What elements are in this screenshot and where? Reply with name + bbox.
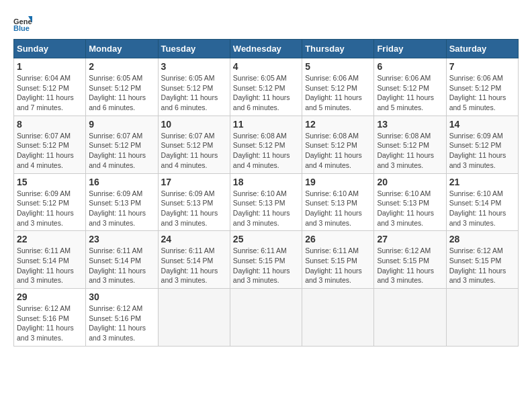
day-number: 11 [233,119,299,130]
day-info: Sunrise: 6:05 AM Sunset: 5:12 PM Dayligh… [233,73,299,113]
calendar-day-cell: 25 Sunrise: 6:11 AM Sunset: 5:15 PM Dayl… [230,231,302,289]
calendar-day-cell: 27 Sunrise: 6:12 AM Sunset: 5:15 PM Dayl… [374,231,446,289]
day-info: Sunrise: 6:12 AM Sunset: 5:15 PM Dayligh… [449,246,515,285]
day-info: Sunrise: 6:09 AM Sunset: 5:12 PM Dayligh… [449,131,515,171]
day-info: Sunrise: 6:06 AM Sunset: 5:12 PM Dayligh… [377,73,443,113]
calendar-week-row: 22 Sunrise: 6:11 AM Sunset: 5:14 PM Dayl… [14,231,519,289]
logo-icon: General Blue [13,13,32,32]
day-number: 3 [161,61,227,72]
calendar-day-cell: 20 Sunrise: 6:10 AM Sunset: 5:13 PM Dayl… [374,173,446,231]
day-info: Sunrise: 6:09 AM Sunset: 5:13 PM Dayligh… [161,189,227,228]
calendar-week-row: 8 Sunrise: 6:07 AM Sunset: 5:12 PM Dayli… [14,116,519,173]
weekday-header: Monday [86,40,158,58]
day-number: 8 [17,119,83,130]
weekday-header: Wednesday [230,40,302,58]
day-number: 17 [161,177,227,187]
day-number: 6 [377,61,443,72]
day-info: Sunrise: 6:08 AM Sunset: 5:12 PM Dayligh… [377,131,443,171]
calendar-day-cell [446,289,518,347]
day-number: 14 [449,119,515,130]
day-number: 10 [161,119,227,130]
day-number: 24 [161,234,227,244]
calendar-day-cell: 22 Sunrise: 6:11 AM Sunset: 5:14 PM Dayl… [14,231,86,289]
day-info: Sunrise: 6:09 AM Sunset: 5:12 PM Dayligh… [17,189,83,228]
day-info: Sunrise: 6:11 AM Sunset: 5:14 PM Dayligh… [89,246,154,285]
day-number: 5 [305,61,371,72]
calendar-day-cell: 18 Sunrise: 6:10 AM Sunset: 5:13 PM Dayl… [230,173,302,231]
weekday-header: Sunday [14,40,86,58]
calendar-day-cell: 15 Sunrise: 6:09 AM Sunset: 5:12 PM Dayl… [14,173,86,231]
weekday-header: Tuesday [158,40,230,58]
day-info: Sunrise: 6:05 AM Sunset: 5:12 PM Dayligh… [89,73,154,113]
calendar-day-cell: 3 Sunrise: 6:05 AM Sunset: 5:12 PM Dayli… [158,58,230,116]
day-number: 9 [89,119,154,130]
day-number: 16 [89,177,154,187]
calendar-table: SundayMondayTuesdayWednesdayThursdayFrid… [13,39,519,347]
calendar-day-cell: 29 Sunrise: 6:12 AM Sunset: 5:16 PM Dayl… [14,289,86,347]
day-number: 22 [17,234,83,244]
calendar-day-cell: 9 Sunrise: 6:07 AM Sunset: 5:12 PM Dayli… [86,116,158,173]
day-info: Sunrise: 6:07 AM Sunset: 5:12 PM Dayligh… [17,131,83,171]
calendar-day-cell: 28 Sunrise: 6:12 AM Sunset: 5:15 PM Dayl… [446,231,518,289]
day-number: 21 [449,177,515,187]
calendar-day-cell: 21 Sunrise: 6:10 AM Sunset: 5:14 PM Dayl… [446,173,518,231]
calendar-day-cell: 26 Sunrise: 6:11 AM Sunset: 5:15 PM Dayl… [302,231,374,289]
calendar-day-cell: 14 Sunrise: 6:09 AM Sunset: 5:12 PM Dayl… [446,116,518,173]
calendar-day-cell: 30 Sunrise: 6:12 AM Sunset: 5:16 PM Dayl… [86,289,158,347]
calendar-day-cell: 6 Sunrise: 6:06 AM Sunset: 5:12 PM Dayli… [374,58,446,116]
day-info: Sunrise: 6:12 AM Sunset: 5:15 PM Dayligh… [377,246,443,285]
day-info: Sunrise: 6:06 AM Sunset: 5:12 PM Dayligh… [449,73,515,113]
day-info: Sunrise: 6:04 AM Sunset: 5:12 PM Dayligh… [17,73,83,113]
day-number: 13 [377,119,443,130]
calendar-day-cell: 16 Sunrise: 6:09 AM Sunset: 5:13 PM Dayl… [86,173,158,231]
calendar-day-cell: 7 Sunrise: 6:06 AM Sunset: 5:12 PM Dayli… [446,58,518,116]
weekday-header: Thursday [302,40,374,58]
weekday-header-row: SundayMondayTuesdayWednesdayThursdayFrid… [14,40,519,58]
day-number: 2 [89,61,154,72]
calendar-day-cell: 19 Sunrise: 6:10 AM Sunset: 5:13 PM Dayl… [302,173,374,231]
day-number: 7 [449,61,515,72]
weekday-header: Friday [374,40,446,58]
calendar-day-cell: 13 Sunrise: 6:08 AM Sunset: 5:12 PM Dayl… [374,116,446,173]
day-info: Sunrise: 6:07 AM Sunset: 5:12 PM Dayligh… [161,131,227,171]
day-info: Sunrise: 6:10 AM Sunset: 5:13 PM Dayligh… [377,189,443,228]
calendar-day-cell: 11 Sunrise: 6:08 AM Sunset: 5:12 PM Dayl… [230,116,302,173]
calendar-day-cell: 2 Sunrise: 6:05 AM Sunset: 5:12 PM Dayli… [86,58,158,116]
calendar-day-cell: 10 Sunrise: 6:07 AM Sunset: 5:12 PM Dayl… [158,116,230,173]
calendar-day-cell: 12 Sunrise: 6:08 AM Sunset: 5:12 PM Dayl… [302,116,374,173]
day-number: 29 [17,291,83,302]
day-number: 30 [89,291,154,302]
day-info: Sunrise: 6:11 AM Sunset: 5:15 PM Dayligh… [305,246,371,285]
day-info: Sunrise: 6:08 AM Sunset: 5:12 PM Dayligh… [233,131,299,171]
calendar-week-row: 1 Sunrise: 6:04 AM Sunset: 5:12 PM Dayli… [14,58,519,116]
day-number: 26 [305,234,371,244]
day-info: Sunrise: 6:11 AM Sunset: 5:15 PM Dayligh… [233,246,299,285]
calendar-day-cell: 1 Sunrise: 6:04 AM Sunset: 5:12 PM Dayli… [14,58,86,116]
calendar-week-row: 29 Sunrise: 6:12 AM Sunset: 5:16 PM Dayl… [14,289,519,347]
calendar-day-cell: 8 Sunrise: 6:07 AM Sunset: 5:12 PM Dayli… [14,116,86,173]
calendar-day-cell: 24 Sunrise: 6:11 AM Sunset: 5:14 PM Dayl… [158,231,230,289]
header: General Blue [13,13,519,32]
day-number: 25 [233,234,299,244]
day-number: 23 [89,234,154,244]
day-number: 28 [449,234,515,244]
day-info: Sunrise: 6:07 AM Sunset: 5:12 PM Dayligh… [89,131,154,171]
calendar-day-cell [158,289,230,347]
day-info: Sunrise: 6:06 AM Sunset: 5:12 PM Dayligh… [305,73,371,113]
day-number: 27 [377,234,443,244]
svg-text:Blue: Blue [13,24,30,32]
day-number: 19 [305,177,371,187]
calendar-day-cell: 17 Sunrise: 6:09 AM Sunset: 5:13 PM Dayl… [158,173,230,231]
day-number: 18 [233,177,299,187]
weekday-header: Saturday [446,40,518,58]
calendar-day-cell [302,289,374,347]
calendar-day-cell: 23 Sunrise: 6:11 AM Sunset: 5:14 PM Dayl… [86,231,158,289]
day-number: 20 [377,177,443,187]
day-info: Sunrise: 6:11 AM Sunset: 5:14 PM Dayligh… [17,246,83,285]
day-info: Sunrise: 6:10 AM Sunset: 5:13 PM Dayligh… [305,189,371,228]
day-info: Sunrise: 6:12 AM Sunset: 5:16 PM Dayligh… [17,304,83,343]
day-number: 4 [233,61,299,72]
day-info: Sunrise: 6:09 AM Sunset: 5:13 PM Dayligh… [89,189,154,228]
calendar-day-cell: 4 Sunrise: 6:05 AM Sunset: 5:12 PM Dayli… [230,58,302,116]
calendar-week-row: 15 Sunrise: 6:09 AM Sunset: 5:12 PM Dayl… [14,173,519,231]
